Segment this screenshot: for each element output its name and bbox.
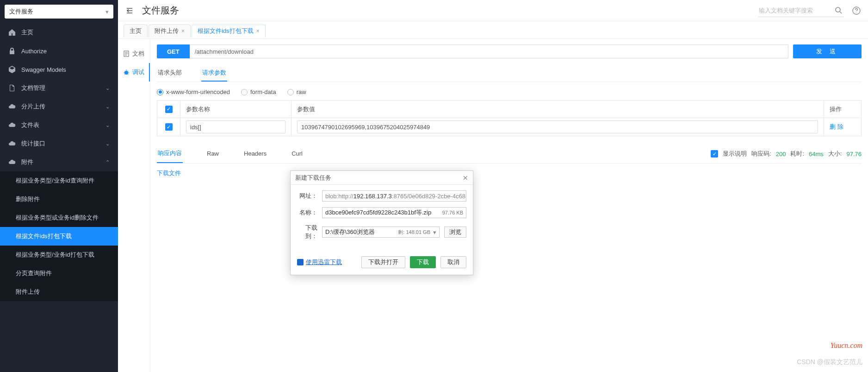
radio-raw[interactable]: raw bbox=[287, 88, 306, 95]
chevron-down-icon: ⌄ bbox=[105, 85, 110, 91]
nav-list: 主页 Authorize Swagger Models 文档管理⌄ 分片上传⌄ … bbox=[0, 23, 118, 372]
header-name: 参数名称 bbox=[180, 101, 291, 118]
tab-download-ids[interactable]: 根据文件ids打包下载× bbox=[192, 25, 266, 38]
chevron-down-icon: ⌄ bbox=[105, 141, 110, 147]
chevron-down-icon[interactable]: ▾ bbox=[433, 229, 436, 236]
nav-sub-label: 根据业务类型/业务id打包下载 bbox=[16, 251, 94, 259]
download-file-link[interactable]: 下载文件 bbox=[157, 169, 181, 177]
nav-delete-by-biz[interactable]: 根据业务类型或业务id删除文件 bbox=[0, 208, 118, 227]
radio-urlencoded[interactable]: x-www-form-urlencoded bbox=[157, 88, 230, 95]
nav-sub-label: 删除附件 bbox=[16, 195, 40, 203]
name-field[interactable]: d3bce90efc97cd5fd9228c243b1bf等.zip97.76 … bbox=[322, 207, 466, 218]
radio-icon bbox=[241, 89, 248, 95]
tab-home[interactable]: 主页 bbox=[124, 25, 148, 38]
nav-doc-mgmt[interactable]: 文档管理⌄ bbox=[0, 79, 118, 97]
cloud-icon bbox=[8, 121, 16, 129]
nav-label: Swagger Models bbox=[21, 66, 66, 73]
service-select[interactable]: 文件服务 ▾ bbox=[5, 5, 113, 19]
nav-query-by-biz[interactable]: 根据业务类型/业务id查询附件 bbox=[0, 171, 118, 190]
dialog-title: 新建下载任务 bbox=[295, 174, 331, 182]
param-name-input[interactable] bbox=[186, 120, 285, 133]
nav-label: Authorize bbox=[21, 48, 47, 55]
dialog-body: 网址： blob:http://192.168.137.3:8765/0e06d… bbox=[291, 185, 473, 252]
param-value-input[interactable] bbox=[297, 120, 818, 133]
path-field[interactable]: D:\缓存\360浏览器剩: 148.01 GB▾ bbox=[322, 227, 440, 238]
nav-chunk-upload[interactable]: 分片上传⌄ bbox=[0, 97, 118, 116]
path-label: 下载到： bbox=[297, 224, 317, 240]
time-label: 耗时: bbox=[790, 150, 804, 158]
nav-stats[interactable]: 统计接口⌄ bbox=[0, 134, 118, 153]
download-button[interactable]: 下载 bbox=[410, 256, 436, 268]
left-tab-debug[interactable]: 调试 bbox=[118, 63, 150, 82]
header-check: ✓ bbox=[157, 101, 180, 118]
download-dialog: 新建下载任务 ✕ 网址： blob:http://192.168.137.3:8… bbox=[290, 170, 473, 275]
nav-swagger-models[interactable]: Swagger Models bbox=[0, 60, 118, 79]
url-input[interactable]: /attachment/download bbox=[190, 44, 789, 58]
response-tabs: 响应内容 Raw Headers Curl ✓ 显示说明 响应码:200 耗时:… bbox=[157, 145, 862, 164]
radio-label: form-data bbox=[250, 88, 276, 95]
xunlei-icon bbox=[297, 259, 304, 265]
tab-headers[interactable]: 请求头部 bbox=[157, 65, 183, 82]
cloud-icon bbox=[8, 140, 16, 147]
xunlei-link[interactable]: 使用迅雷下载 bbox=[297, 258, 342, 266]
close-icon[interactable]: × bbox=[181, 28, 185, 34]
download-open-button[interactable]: 下载并打开 bbox=[361, 256, 405, 268]
radio-icon bbox=[157, 89, 163, 95]
cloud-icon bbox=[8, 103, 16, 110]
size-label: 大小: bbox=[828, 150, 842, 158]
nav-label: 文档管理 bbox=[21, 84, 45, 92]
cancel-button[interactable]: 取消 bbox=[440, 256, 466, 268]
request-row: GET /attachment/download 发 送 bbox=[157, 44, 862, 58]
search-input[interactable] bbox=[758, 4, 844, 17]
dialog-header: 新建下载任务 ✕ bbox=[291, 171, 473, 185]
tab-upload[interactable]: 附件上传× bbox=[149, 25, 191, 38]
checkbox-checked-icon[interactable]: ✓ bbox=[165, 123, 173, 131]
header-op: 操作 bbox=[824, 101, 861, 118]
param-table: ✓ 参数名称 参数值 操作 ✓ 删 除 bbox=[157, 100, 862, 136]
row-check: ✓ bbox=[157, 118, 180, 136]
nav-upload-attachment[interactable]: 附件上传 bbox=[0, 283, 118, 301]
url-label: 网址： bbox=[297, 192, 317, 200]
tab-response-body[interactable]: 响应内容 bbox=[157, 145, 183, 163]
dialog-footer: 使用迅雷下载 下载并打开 下载 取消 bbox=[291, 252, 473, 275]
close-icon[interactable]: ✕ bbox=[463, 174, 468, 182]
delete-button[interactable]: 删 除 bbox=[830, 123, 843, 131]
send-button[interactable]: 发 送 bbox=[793, 44, 862, 58]
nav-download-by-ids[interactable]: 根据文件ids打包下载 bbox=[0, 227, 118, 246]
http-method[interactable]: GET bbox=[157, 44, 190, 58]
nav-label: 分片上传 bbox=[21, 102, 45, 111]
tab-resp-headers[interactable]: Headers bbox=[243, 145, 267, 163]
nav-file-table[interactable]: 文件表⌄ bbox=[0, 116, 118, 134]
row-value bbox=[291, 118, 824, 136]
help-icon[interactable] bbox=[852, 6, 861, 15]
close-icon[interactable]: × bbox=[256, 28, 260, 34]
checkbox-checked-icon[interactable]: ✓ bbox=[165, 106, 173, 113]
main: 文件服务 主页 附件上传× 根据文件ids打包下载× 文档 调试 GET /at… bbox=[118, 0, 868, 372]
time-value: 64ms bbox=[809, 151, 824, 158]
search-icon[interactable] bbox=[835, 6, 842, 14]
tab-curl[interactable]: Curl bbox=[291, 145, 304, 163]
xunlei-label: 使用迅雷下载 bbox=[306, 258, 342, 266]
nav-attachment[interactable]: 附件⌃ bbox=[0, 153, 118, 171]
radio-icon bbox=[287, 89, 294, 95]
checkbox-checked-icon[interactable]: ✓ bbox=[711, 150, 718, 158]
doc-icon bbox=[8, 84, 16, 92]
nav-label: 附件 bbox=[21, 158, 33, 166]
nav-authorize[interactable]: Authorize bbox=[0, 42, 118, 60]
nav-page-query[interactable]: 分页查询附件 bbox=[0, 264, 118, 283]
url-field[interactable]: blob:http://192.168.137.3:8765/0e06d829-… bbox=[322, 190, 466, 202]
content: GET /attachment/download 发 送 请求头部 请求参数 x… bbox=[150, 39, 868, 372]
nav-download-by-biz[interactable]: 根据业务类型/业务id打包下载 bbox=[0, 246, 118, 264]
code-label: 响应码: bbox=[751, 150, 771, 158]
response-summary: ✓ 显示说明 响应码:200 耗时:64ms 大小:97.76 bbox=[711, 150, 862, 158]
browse-button[interactable]: 浏览 bbox=[444, 227, 466, 238]
collapse-menu-icon[interactable] bbox=[125, 6, 134, 15]
left-tab-doc[interactable]: 文档 bbox=[118, 44, 150, 63]
tab-params[interactable]: 请求参数 bbox=[201, 65, 227, 82]
tab-raw[interactable]: Raw bbox=[206, 145, 220, 163]
radio-formdata[interactable]: form-data bbox=[241, 88, 276, 95]
nav-home[interactable]: 主页 bbox=[0, 23, 118, 42]
nav-delete-attachment[interactable]: 删除附件 bbox=[0, 190, 118, 208]
nav-sub-label: 分页查询附件 bbox=[16, 269, 52, 277]
left-tab-label: 调试 bbox=[132, 68, 144, 76]
